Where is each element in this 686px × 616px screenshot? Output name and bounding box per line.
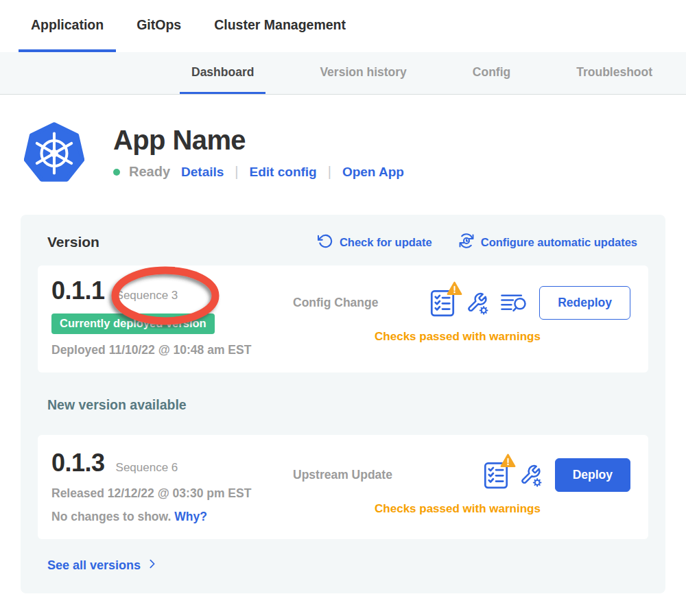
current-sequence-label: Sequence 3 <box>116 289 178 303</box>
available-source-type-label: Upstream Update <box>293 468 392 482</box>
version-panel-header: Version Check for update <box>38 233 648 252</box>
current-source-type-label: Config Change <box>293 296 378 310</box>
tab-troubleshoot-label: Troubleshoot <box>576 65 652 80</box>
edit-config-icon[interactable] <box>466 292 489 315</box>
kubernetes-logo-icon <box>24 121 84 186</box>
chevron-right-icon <box>147 558 158 573</box>
app-name-title: App Name <box>113 125 404 156</box>
link-divider: | <box>233 164 240 180</box>
configure-automatic-updates-label: Configure automatic updates <box>481 236 637 249</box>
link-divider: | <box>326 164 333 180</box>
see-all-versions-label: See all versions <box>47 558 141 573</box>
tab-config[interactable]: Config <box>461 52 522 94</box>
status-ready-label: Ready <box>129 164 170 180</box>
deployed-date-text: Deployed 11/10/22 @ 10:48 am EST <box>51 343 285 357</box>
current-version-icons <box>430 289 527 317</box>
top-nav: Application GitOps Cluster Management <box>0 0 686 52</box>
scheduled-update-icon <box>458 233 475 252</box>
tab-cluster-management[interactable]: Cluster Management <box>202 0 358 52</box>
app-sub-nav: Dashboard Version history Config Trouble… <box>0 52 686 95</box>
current-version-action-row: Config Change <box>285 286 630 320</box>
tab-dashboard[interactable]: Dashboard <box>180 52 265 94</box>
current-version-info: 0.1.1 Sequence 3 Currently deployed vers… <box>51 276 285 357</box>
tab-config-label: Config <box>473 65 510 80</box>
why-link[interactable]: Why? <box>174 510 207 523</box>
available-sequence-label: Sequence 6 <box>116 461 178 475</box>
open-app-link[interactable]: Open App <box>342 165 404 180</box>
available-version-number: 0.1.3 <box>51 449 105 477</box>
redeploy-button[interactable]: Redeploy <box>539 286 630 320</box>
view-diff-icon[interactable] <box>500 293 527 313</box>
tab-application-label: Application <box>31 17 104 33</box>
tab-troubleshoot[interactable]: Troubleshoot <box>565 52 664 94</box>
current-version-card: 0.1.1 Sequence 3 Currently deployed vers… <box>38 265 648 372</box>
version-panel-title: Version <box>47 234 99 250</box>
version-panel-actions: Check for update Configure automatic upd… <box>318 233 637 252</box>
available-version-card: 0.1.3 Sequence 6 Released 12/12/22 @ 03:… <box>38 435 648 539</box>
tab-cluster-management-label: Cluster Management <box>214 17 346 33</box>
app-header-text: App Name Ready Details | Edit config | O… <box>113 121 404 186</box>
changes-note-row: No changes to show. Why? <box>51 510 285 524</box>
details-link[interactable]: Details <box>181 165 224 180</box>
current-checks-status[interactable]: Checks passed with warnings <box>285 330 630 344</box>
preflight-checks-icon[interactable] <box>484 461 508 489</box>
available-version-action-row: Upstream Update <box>285 458 630 492</box>
check-for-update-label: Check for update <box>340 236 432 249</box>
current-version-actions: Config Change <box>285 276 630 344</box>
status-ready-dot-icon <box>113 169 120 176</box>
version-panel: Version Check for update <box>21 215 665 593</box>
app-header: App Name Ready Details | Edit config | O… <box>0 95 686 186</box>
tab-application[interactable]: Application <box>19 0 116 52</box>
deploy-button[interactable]: Deploy <box>555 458 630 492</box>
released-date-text: Released 12/12/22 @ 03:30 pm EST <box>51 486 285 501</box>
new-version-heading: New version available <box>47 397 648 413</box>
available-version-line: 0.1.3 Sequence 6 <box>51 449 285 477</box>
tab-version-history-label: Version history <box>320 65 406 80</box>
edit-config-link[interactable]: Edit config <box>250 165 317 180</box>
tab-gitops[interactable]: GitOps <box>124 0 193 52</box>
available-version-info: 0.1.3 Sequence 6 Released 12/12/22 @ 03:… <box>51 449 285 524</box>
tab-version-history[interactable]: Version history <box>308 52 418 94</box>
configure-automatic-updates-button[interactable]: Configure automatic updates <box>458 233 637 252</box>
currently-deployed-badge: Currently deployed version <box>51 313 215 334</box>
available-checks-status[interactable]: Checks passed with warnings <box>285 502 630 516</box>
tab-dashboard-label: Dashboard <box>191 65 254 80</box>
changes-note-text: No changes to show. <box>51 510 171 523</box>
refresh-icon <box>318 233 333 252</box>
warning-triangle-icon <box>500 453 516 471</box>
available-version-actions: Upstream Update <box>285 449 630 516</box>
tab-gitops-label: GitOps <box>137 17 181 33</box>
check-for-update-button[interactable]: Check for update <box>318 233 432 252</box>
preflight-checks-icon[interactable] <box>430 289 455 317</box>
current-version-line: 0.1.1 Sequence 3 <box>51 276 285 305</box>
warning-triangle-icon <box>447 281 462 298</box>
see-all-versions-link[interactable]: See all versions <box>47 558 158 573</box>
available-version-icons <box>484 461 543 489</box>
current-version-number: 0.1.1 <box>51 276 105 305</box>
edit-config-icon[interactable] <box>519 464 543 487</box>
app-status-row: Ready Details | Edit config | Open App <box>113 164 404 180</box>
